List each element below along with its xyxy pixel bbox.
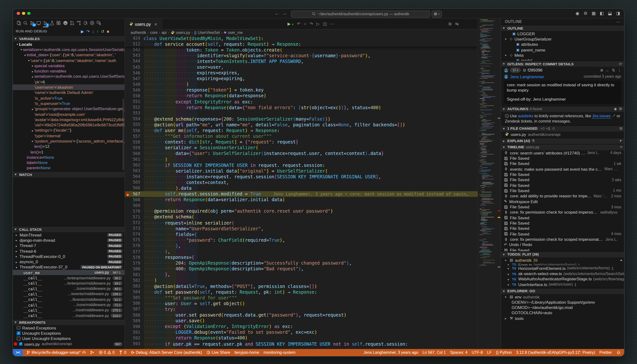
stack-frame-row[interactable]: user_meusers.py567:1 [13, 270, 124, 275]
code-line-542[interactable]: 542················token: Token = Token.… [125, 47, 478, 52]
breadcrumb-item[interactable]: user_me [228, 30, 243, 34]
step-out-icon[interactable]: ↑ [96, 29, 99, 34]
code-line-578[interactable]: 578········responses={ [125, 254, 478, 260]
code-line-585[interactable]: 585········"""Set password for user""" [125, 295, 478, 300]
code-line-592[interactable]: 592············return Response(status=40… [125, 335, 478, 341]
todo-file-row[interactable]: ▸TSWebAuthnAuthenticatorRegisterStage.ts… [501, 276, 624, 282]
autolinks-link[interactable]: autolinks [518, 114, 534, 118]
code-line-584[interactable]: 584····def set_password(self, request: R… [125, 289, 478, 295]
variable-row[interactable]: ▾'user' = {'pk': 6, 'username': 'akadmin… [13, 58, 124, 63]
commit-sha[interactable]: f285096 [528, 68, 542, 72]
remote-window-icon[interactable] [36, 20, 42, 26]
timeline-item[interactable]: File Saved3 mos [501, 204, 624, 210]
variable-row[interactable]: ▸special variables [13, 63, 124, 68]
code-line-577[interactable]: 577········), [125, 249, 478, 254]
code-line-571[interactable]: 571····@extend_schema( [125, 214, 478, 220]
explorer-go-section-header[interactable]: ▾ EXPLORER: GO [501, 288, 624, 294]
code-line-572[interactable]: 572········request=inline_serializer( [125, 220, 478, 226]
code-line-590[interactable]: 590········except (ValidationError, Inte… [125, 324, 478, 329]
variable-row[interactable]: len() = 12 [13, 144, 124, 149]
step-forward-circle-icon[interactable]: ↷ [310, 22, 313, 26]
timeline-item[interactable]: core: fix permission check for scoped im… [501, 237, 624, 242]
variable-row[interactable]: 'uid' = '49d24724dfa590a20fb5961e9c6673c… [13, 122, 124, 128]
tools-row[interactable]: ▸⚒tools [501, 316, 624, 321]
thread-row[interactable]: ▸ThreadPoolExecutor-0_0PAUSED [13, 254, 124, 259]
account-icon[interactable]: ◉ [575, 11, 580, 16]
checkbox[interactable] [17, 337, 20, 340]
zoom-window-icon[interactable] [27, 12, 30, 15]
timeline-item[interactable]: File Saved [501, 215, 624, 220]
traffic-lights[interactable] [17, 12, 30, 15]
code-line-565[interactable]: 565················context=context, [125, 180, 478, 185]
disconnect-icon[interactable]: ■ [107, 29, 109, 34]
variable-row[interactable]: ▸function variables [13, 68, 124, 74]
variable-row[interactable]: ▾Locals [13, 42, 124, 47]
checkbox[interactable] [17, 326, 20, 330]
graph-icon[interactable]: ⇅ [612, 68, 615, 72]
call-stack-section-header[interactable]: ▾ CALL STACK [13, 226, 124, 232]
statusbar-item[interactable]: beryjuio-home [234, 350, 260, 355]
statusbar-item[interactable]: Debug: Attach Server Core (authentik) [131, 350, 202, 355]
customize-layout-icon[interactable]: ▦ [591, 11, 596, 16]
search-icon[interactable] [22, 20, 28, 26]
code-line-569[interactable]: 569 [125, 202, 478, 208]
code-line-548[interactable]: 548················) [125, 82, 478, 87]
variable-row[interactable]: 'name' = 'authentik Default Admin' [13, 90, 124, 95]
compare-editors-icon[interactable]: ⇆ [455, 22, 459, 26]
statusbar-item[interactable]: Jens Langhammer, 3 years ago [364, 350, 418, 355]
breadcrumb-item[interactable]: core [150, 30, 158, 34]
statusbar-item[interactable]: Spaces: 4 [450, 350, 468, 355]
timeline-item[interactable]: core: add ability to provide reason for … [501, 193, 624, 199]
code-line-564[interactable]: 564················instance=request._req… [125, 174, 478, 180]
thread-row[interactable]: ▸MainThreadPAUSED [13, 232, 124, 238]
outline-section-header[interactable]: ▾ OUTLINE [501, 25, 624, 31]
breakpoint-row[interactable]: Raised Exceptions [13, 325, 124, 331]
code-line-582[interactable]: 582····) [125, 278, 478, 283]
close-window-icon[interactable] [17, 12, 20, 15]
outline-item[interactable]: ▣LOGGER [501, 31, 624, 36]
timeline-item[interactable]: File Saved [501, 172, 624, 177]
variable-row[interactable]: label = None [13, 160, 124, 166]
toggle-panel-icon[interactable]: ⬓ [608, 11, 612, 16]
variable-row[interactable]: 'is_superuser' = True [13, 101, 124, 106]
stack-frame-row[interactable]: __call__.../events/middleware.py156:1 [13, 292, 124, 297]
code-line-589[interactable]: 589············user.save() [125, 318, 478, 324]
open-changes-icon[interactable]: ⧉ [448, 21, 451, 26]
remote-explorer-icon[interactable] [96, 20, 102, 26]
statusbar-item[interactable] [616, 351, 620, 355]
code-line-556[interactable]: 556····def user_me(self, request: Reques… [125, 128, 478, 133]
pin-icon[interactable]: ⊕ [600, 68, 603, 72]
variable-row[interactable]: ▸'system_permissions' = ['access_admin_i… [13, 138, 124, 144]
explorer-icon[interactable] [16, 20, 22, 26]
nav-forward-icon[interactable]: → [282, 11, 286, 16]
stack-frame-row[interactable]: __call__.../enterprise/middleware.py39:1 [13, 280, 124, 286]
filter-icon[interactable]: ≡ [620, 145, 622, 150]
thread-row[interactable]: ▾ThreadPoolExecutor-37_0PAUSED ON BREAKP… [13, 264, 124, 270]
code-line-570[interactable]: 570····@permission_required(obj_perm="au… [125, 208, 478, 214]
statusbar-item[interactable]: 00 [98, 350, 114, 355]
code-line-583[interactable]: 583····@action(detail=True, methods=["PO… [125, 283, 478, 289]
continue-icon[interactable]: ▶ [81, 29, 84, 34]
code-line-581[interactable]: 581········}, [125, 272, 478, 278]
statusbar-item[interactable]: UTF-8 [472, 350, 483, 355]
breadcrumb-item[interactable]: UserViewSet [198, 30, 220, 34]
code-line-557[interactable]: 557········"""Get information about curr… [125, 133, 478, 139]
timeline-item[interactable]: File Saved2 wks [501, 177, 624, 182]
code-line-573[interactable]: 573············name="UserPasswordSetSeri… [125, 226, 478, 231]
variable-row[interactable]: 'pk' = 6 [13, 79, 124, 84]
code-line-574[interactable]: 574············fields={ [125, 231, 478, 237]
variable-row[interactable]: 'email' = 'root@example.com' [13, 112, 124, 117]
autolinks-section-header[interactable]: ▾ AUTOLINKS 0 found ◆⚙ [501, 106, 624, 112]
variable-row[interactable]: 'is_active' = True [13, 95, 124, 101]
timeline-item[interactable]: File Saved [501, 248, 624, 251]
statusbar-item[interactable]: Live Share [206, 350, 230, 355]
code-line-512[interactable]: 512····def service_account(self, request… [125, 41, 478, 47]
breadcrumb-item[interactable]: api [162, 30, 166, 34]
timeline-item[interactable]: ✎Workspace Edit [501, 199, 624, 204]
variables-section-header[interactable]: ▾ VARIABLES [13, 35, 124, 42]
code-line-544[interactable]: 544····················intent=TokenInten… [125, 58, 478, 64]
stack-frame-row[interactable]: __call__.../core/middleware.py71:1 [13, 302, 124, 308]
back-icon[interactable]: ← [606, 68, 610, 72]
changed-file-row[interactable]: users.py authentik/core/api [501, 132, 624, 138]
variable-row[interactable]: 'username' = 'akadmin' [13, 84, 124, 90]
